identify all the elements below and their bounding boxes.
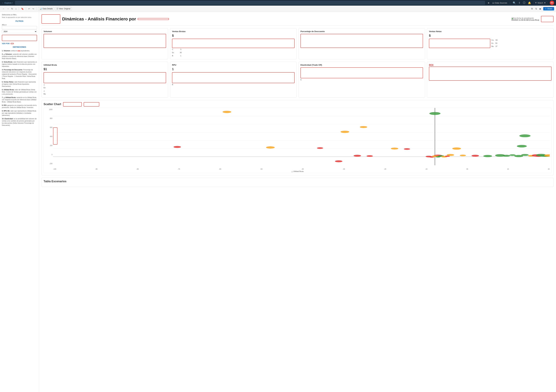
kpi-items-ventas-netas: Co 59 Ex 59 Ba 37 [492,39,498,48]
x-axis-title: △ Utilidad Bruta [291,170,303,173]
x-label-neg3k: -3K [343,168,345,170]
def-item-10: 10. Elasticidad: es la sensibilidad del … [2,118,37,127]
svg-point-45 [519,134,531,137]
kpi-items-ventas-brutas: C 5 Ex 30 B 1 [172,48,294,57]
present-button[interactable]: ▶ [539,7,542,10]
copy-button[interactable]: ⧉ [531,7,533,10]
kpi-card-rpu: RPU 1 B [170,62,297,98]
explore-label[interactable]: Explore [5,2,11,4]
svg-point-26 [503,155,510,157]
undo-button[interactable]: ↩ [28,7,31,10]
database-icon: 🗂 [492,1,494,4]
chart-icon: 📊 [39,8,42,10]
x-label-2k: 2K [548,168,550,170]
scatter-filter-1[interactable] [63,102,82,106]
def-item-4: 4. Porcentaje de Descuento: Porcentaje d… [2,69,37,80]
kpi-inner-ventas-brutas [172,39,294,48]
star-icon[interactable]: ★ [487,1,490,4]
avatar: RV [550,1,554,5]
toolbar-right: ⧉ ⇅ ▶ ⇧ Share [531,7,554,10]
roi-title: ROI [429,64,551,67]
forward-button[interactable]: → [6,7,10,10]
kpi-card-utilidad-bruta: Utilidad Bruta $1 △ Ex △ Ba [41,62,168,98]
tabla-escenarios-section: Tabla Escenarios [41,178,554,187]
x-label-neg1k: -1K [425,168,428,170]
x-label-0k: 0K [466,168,468,170]
scatter-chart-section: Scatter Chart 1000 800 600 400 200 0 -20… [41,100,554,175]
expand-button[interactable]: ⇅ [535,7,538,10]
toolbar-left: ← → ↻ ⌂ 🔖 ↩ ↪ 📊 Data Details ☷ View: Ori… [2,7,72,10]
kpi-inner-roi [429,67,551,81]
back-button[interactable]: ← [2,7,5,10]
y-label-neg200: -200 [44,163,53,165]
kpi-title-elasticidad: Elasticidad (Trade Off) [301,64,423,66]
corner-box [541,16,554,22]
info-icon[interactable]: ⓘ [523,1,525,5]
x-label-neg2k: -2K [384,168,386,170]
y-label-200: 200 [44,145,53,146]
explore-link[interactable]: ← Explore / [2,2,13,4]
refresh-button[interactable]: ↻ [11,7,14,10]
svg-point-29 [521,154,529,156]
def-item-7: 7. △ Utilidad Bruta: variación en la Uti… [2,97,37,103]
main-content: Selecciona un filtro. Nota: la agrupació… [0,12,556,392]
bell-icon[interactable]: 🔔 [528,1,531,4]
kpi-items-utilidad-bruta: △ Ex △ Ba [44,83,166,95]
def-item-3: 3. Venta Bruta: valor financiero que rep… [2,61,37,68]
data-sources-button[interactable]: 🗂 Data Sources [492,1,507,4]
sidebar-filter-title: Selecciona un filtro. [2,14,37,15]
kpi-inner-elasticidad [301,67,423,78]
data-details-button[interactable]: 📊 Data Details [38,7,54,10]
x-label-neg8k: -8K [136,168,139,170]
scatter-title: Scatter Chart [44,103,61,106]
share-button[interactable]: ⇧ Share [543,7,554,10]
svg-point-24 [483,155,492,157]
grid-icon: ☷ [56,8,58,10]
home-button[interactable]: ⌂ [15,7,17,10]
kpi-value-utilidad-bruta: $1 [44,67,166,71]
share-icon[interactable]: ⇧ [518,1,520,4]
def-item-6: 6. Utilidad Bruta: valor de Utilidad Bru… [2,89,37,95]
svg-point-14 [317,147,323,149]
view-original-button[interactable]: ☷ View: Original [55,7,72,10]
y-label-0: 0 [44,154,53,155]
watch-button[interactable]: 👁 Watch ▼ [533,1,547,5]
svg-point-44 [445,155,450,157]
kpi-card-volumen: Volumen [41,28,168,59]
year-text-input[interactable] [2,26,37,29]
toolbar: ← → ↻ ⌂ 🔖 ↩ ↪ 📊 Data Details ☷ View: Ori… [0,6,556,12]
bookmark-button[interactable]: 🔖 [20,7,24,10]
eye-icon: 👁 [535,2,537,4]
separator: / [12,2,13,4]
title-filter-box[interactable] [138,18,169,20]
ver-por-label: VER POR [2,43,10,45]
redo-button[interactable]: ↪ [32,7,35,10]
year-select[interactable]: 2024 [2,30,37,33]
y-label-600: 600 [44,127,53,128]
toolbar-separator-2 [26,7,26,10]
right-content: Dinámicas - Análisis Financiero por ● Úl… [39,12,556,392]
year-filter-label: Año d [2,24,37,26]
search-icon[interactable]: 🔍 [513,1,516,4]
header-right: ● Última fecha de actualización 8/3/2024… [511,16,554,22]
kpi-row-2: Utilidad Bruta $1 △ Ex △ Ba RPU 1 B [41,62,554,98]
chevron-down-icon: ▼ [544,2,546,4]
def-item-2: 2. △ Volumen: variación del volumen vend… [2,53,37,60]
kpi-title-descuento: Porcentaje de Descuento [301,30,423,33]
x-label-neg9k: -9K [95,168,98,170]
logo-box [41,14,60,24]
custom-filter-box [2,35,37,41]
tabla-title: Tabla Escenarios [44,180,551,183]
scatter-svg [53,108,550,165]
kpi-row-1: Volumen Ventas Brutas $ C 5 Ex 30 B 1 [41,28,554,59]
svg-point-18 [354,155,361,157]
scatter-filter-2[interactable] [84,102,99,106]
nav-separator: | [510,2,510,4]
def-item-1: 1. Volumen: venta en ■■■ equivalentes. [2,50,37,52]
share-icon-btn: ⇧ [545,8,547,10]
nav-right: 🗂 Data Sources | 🔍 ⇧ ⓘ 🔔 👁 Watch ▼ RV [492,1,554,5]
url-input[interactable] [15,1,485,5]
svg-point-11 [340,131,349,133]
x-label-neg10k: -10K [53,168,56,170]
svg-point-16 [452,147,461,150]
